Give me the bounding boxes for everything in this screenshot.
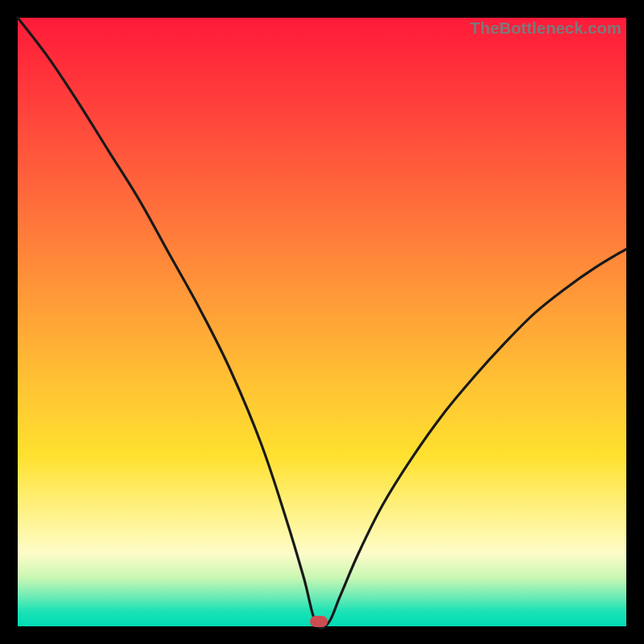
bottleneck-marker: [310, 616, 328, 627]
bottleneck-curve: [18, 18, 626, 626]
plot-area: TheBottleneck.com: [18, 18, 626, 626]
curve-path: [18, 18, 626, 628]
chart-stage: TheBottleneck.com: [0, 0, 644, 644]
